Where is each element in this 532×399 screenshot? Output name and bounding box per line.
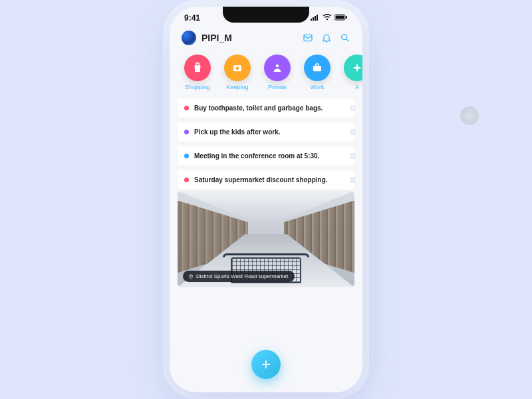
svg-point-9 — [342, 35, 347, 40]
add-button[interactable]: + — [251, 350, 281, 379]
phone-frame: 9:41 PIPI_M — [170, 7, 362, 392]
svg-rect-13 — [313, 66, 321, 71]
category-row[interactable]: Shopping Keeping Private Work A — [170, 51, 362, 93]
category-label: Private — [268, 84, 287, 90]
svg-point-12 — [276, 65, 279, 68]
category-label: Shopping — [185, 84, 210, 90]
category-label: A — [355, 84, 359, 90]
drag-handle-icon[interactable] — [350, 178, 355, 182]
location-text: District Sports West Road supermarket. — [196, 273, 289, 279]
svg-point-14 — [190, 275, 192, 277]
svg-rect-3 — [317, 15, 318, 21]
svg-rect-0 — [311, 19, 312, 21]
category-work[interactable]: Work — [300, 55, 334, 90]
task-row[interactable]: Pick up the kids after work. — [178, 122, 354, 142]
search-icon[interactable] — [340, 33, 350, 43]
briefcase-icon — [304, 55, 331, 81]
category-shopping[interactable]: Shopping — [180, 55, 215, 90]
pin-icon — [188, 274, 194, 279]
task-dot — [184, 154, 189, 158]
category-label: Keeping — [226, 84, 248, 90]
app-header: PIPI_M — [170, 23, 362, 51]
battery-icon — [334, 13, 348, 23]
task-dot — [184, 106, 189, 110]
mail-icon[interactable] — [303, 33, 313, 43]
svg-point-4 — [327, 19, 328, 20]
task-text: Meeting in the conference room at 5:30. — [194, 152, 319, 160]
avatar[interactable] — [182, 31, 196, 45]
category-keeping[interactable]: Keeping — [220, 55, 255, 90]
notch — [223, 7, 309, 23]
wifi-icon — [323, 13, 332, 23]
svg-rect-7 — [346, 16, 347, 19]
category-more[interactable]: A — [340, 55, 362, 90]
category-private[interactable]: Private — [260, 55, 295, 90]
camera-icon — [224, 55, 251, 81]
bag-icon — [184, 55, 211, 81]
category-label: Work — [311, 84, 325, 90]
svg-point-11 — [236, 67, 239, 70]
task-list: Buy toothpaste, toilet and garbage bags.… — [170, 93, 362, 190]
bell-icon[interactable] — [321, 33, 332, 43]
task-text: Pick up the kids after work. — [194, 128, 280, 136]
task-dot — [184, 178, 189, 182]
touch-indicator — [460, 106, 479, 125]
username: PIPI_M — [201, 33, 303, 43]
location-chip[interactable]: District Sports West Road supermarket. — [183, 271, 295, 282]
svg-rect-1 — [313, 17, 314, 21]
task-text: Saturday supermarket discount shopping. — [194, 176, 328, 184]
task-dot — [184, 130, 189, 134]
drag-handle-icon[interactable] — [350, 130, 355, 134]
image-card[interactable]: District Sports West Road supermarket. — [178, 191, 354, 287]
person-icon — [264, 55, 291, 81]
plus-icon — [344, 55, 362, 81]
task-row[interactable]: Meeting in the conference room at 5:30. — [178, 146, 354, 166]
signal-icon — [311, 13, 320, 23]
task-row[interactable]: Buy toothpaste, toilet and garbage bags. — [178, 98, 354, 118]
svg-rect-2 — [315, 16, 316, 21]
drag-handle-icon[interactable] — [350, 106, 355, 110]
drag-handle-icon[interactable] — [350, 154, 355, 158]
svg-rect-6 — [336, 16, 344, 19]
status-time: 9:41 — [184, 13, 200, 23]
task-text: Buy toothpaste, toilet and garbage bags. — [194, 104, 323, 112]
plus-icon: + — [261, 355, 271, 374]
task-row[interactable]: Saturday supermarket discount shopping. — [178, 170, 354, 190]
